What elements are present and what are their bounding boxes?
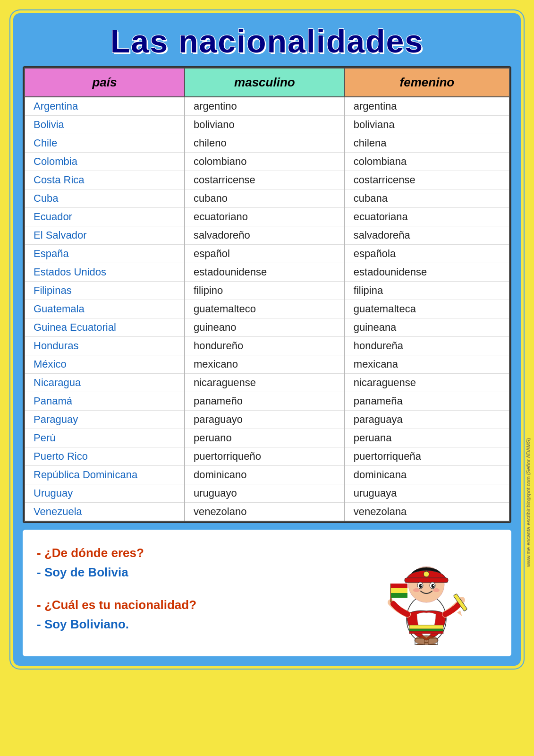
- masculino-cell: puertorriqueño: [185, 447, 345, 466]
- question-2: - ¿Cuál es tu nacionalidad?: [37, 598, 346, 612]
- femenino-cell: guineana: [345, 318, 509, 337]
- femenino-cell: salvadoreña: [345, 226, 509, 245]
- table-row: Estados Unidosestadounidenseestadouniden…: [25, 263, 509, 282]
- pais-cell: Costa Rica: [25, 171, 185, 189]
- svg-point-11: [424, 571, 429, 577]
- blue-border: Las nacionalidades país masculino femeni…: [13, 13, 521, 666]
- table-row: Panamápanameñopanameña: [25, 392, 509, 411]
- page-container: Las nacionalidades país masculino femeni…: [8, 9, 526, 670]
- table-row: El Salvadorsalvadoreñosalvadoreña: [25, 226, 509, 245]
- masculino-cell: guatemalteco: [185, 300, 345, 318]
- pais-cell: Argentina: [25, 97, 185, 116]
- masculino-cell: chileno: [185, 134, 345, 153]
- svg-point-26: [415, 636, 438, 645]
- masculino-cell: dominicano: [185, 466, 345, 484]
- masculino-cell: nicaraguense: [185, 374, 345, 392]
- masculino-cell: español: [185, 245, 345, 263]
- femenino-cell: dominicana: [345, 466, 509, 484]
- femenino-cell: mexicana: [345, 355, 509, 374]
- femenino-cell: peruana: [345, 429, 509, 447]
- femenino-cell: hondureña: [345, 337, 509, 355]
- main-table-wrapper: país masculino femenino Argentinaargenti…: [23, 66, 511, 523]
- svg-marker-21: [457, 610, 463, 617]
- femenino-cell: costarricense: [345, 171, 509, 189]
- femenino-cell: panameña: [345, 392, 509, 411]
- svg-rect-23: [391, 584, 407, 588]
- femenino-cell: española: [345, 245, 509, 263]
- pais-cell: Ecuador: [25, 208, 185, 226]
- table-row: Ecuadorecuatorianoecuatoriana: [25, 208, 509, 226]
- table-row: Españaespañolespañola: [25, 245, 509, 263]
- table-row: República Dominicanadominicanodominicana: [25, 466, 509, 484]
- masculino-cell: salvadoreño: [185, 226, 345, 245]
- pais-cell: México: [25, 355, 185, 374]
- svg-point-19: [433, 588, 440, 592]
- femenino-cell: puertorriqueña: [345, 447, 509, 466]
- table-row: Venezuelavenezolanovenezolana: [25, 503, 509, 522]
- femenino-cell: guatemalteca: [345, 300, 509, 318]
- femenino-cell: nicaraguense: [345, 374, 509, 392]
- table-row: Hondurashondureñohondureña: [25, 337, 509, 355]
- masculino-cell: costarricense: [185, 171, 345, 189]
- svg-point-18: [413, 588, 420, 592]
- table-row: Filipinasfilipinofilipina: [25, 282, 509, 300]
- table-row: Uruguayuruguayouruguaya: [25, 484, 509, 503]
- pais-cell: España: [25, 245, 185, 263]
- pais-cell: Perú: [25, 429, 185, 447]
- masculino-cell: panameño: [185, 392, 345, 411]
- table-row: Guinea Ecuatorialguineanoguineana: [25, 318, 509, 337]
- pais-cell: Filipinas: [25, 282, 185, 300]
- masculino-cell: filipino: [185, 282, 345, 300]
- masculino-cell: uruguayo: [185, 484, 345, 503]
- pais-cell: Uruguay: [25, 484, 185, 503]
- cartoon-character: [370, 546, 483, 645]
- pais-cell: Chile: [25, 134, 185, 153]
- title-area: Las nacionalidades: [23, 23, 511, 60]
- svg-rect-10: [405, 578, 448, 583]
- nationalidades-table: país masculino femenino Argentinaargenti…: [24, 68, 510, 522]
- table-row: Puerto Ricopuertorriqueñopuertorriqueña: [25, 447, 509, 466]
- table-row: Nicaraguanicaraguensenicaraguense: [25, 374, 509, 392]
- table-row: Perúperuanoperuana: [25, 429, 509, 447]
- table-row: Argentinaargentinoargentina: [25, 97, 509, 116]
- bottom-section: - ¿De dónde eres? - Soy de Bolivia - ¿Cu…: [23, 530, 511, 656]
- svg-point-15: [432, 584, 435, 588]
- femenino-header: femenino: [345, 68, 509, 97]
- pais-cell: Paraguay: [25, 411, 185, 429]
- svg-point-14: [419, 584, 423, 588]
- masculino-cell: venezolano: [185, 503, 345, 522]
- masculino-cell: ecuatoriano: [185, 208, 345, 226]
- pais-cell: Panamá: [25, 392, 185, 411]
- femenino-cell: venezolana: [345, 503, 509, 522]
- masculino-cell: estadounidense: [185, 263, 345, 282]
- masculino-cell: argentino: [185, 97, 345, 116]
- femenino-cell: argentina: [345, 97, 509, 116]
- masculino-cell: hondureño: [185, 337, 345, 355]
- page-title: Las nacionalidades: [110, 23, 424, 59]
- svg-rect-3: [409, 631, 443, 634]
- answer-1: - Soy de Bolivia: [37, 565, 346, 580]
- svg-rect-2: [409, 629, 443, 631]
- answer-2: - Soy Boliviano.: [37, 617, 346, 632]
- femenino-cell: estadounidense: [345, 263, 509, 282]
- pais-cell: República Dominicana: [25, 466, 185, 484]
- masculino-header: masculino: [185, 68, 345, 97]
- pais-cell: Guinea Ecuatorial: [25, 318, 185, 337]
- pais-cell: Nicaragua: [25, 374, 185, 392]
- masculino-cell: colombiano: [185, 153, 345, 171]
- femenino-cell: filipina: [345, 282, 509, 300]
- pais-cell: Honduras: [25, 337, 185, 355]
- femenino-cell: cubana: [345, 189, 509, 208]
- femenino-cell: colombiana: [345, 153, 509, 171]
- pais-cell: Cuba: [25, 189, 185, 208]
- pais-cell: Venezuela: [25, 503, 185, 522]
- svg-point-17: [433, 585, 434, 586]
- femenino-cell: paraguaya: [345, 411, 509, 429]
- pais-cell: Colombia: [25, 153, 185, 171]
- table-row: Boliviabolivianoboliviana: [25, 116, 509, 134]
- table-row: Colombiacolombianocolombiana: [25, 153, 509, 171]
- cartoon-image-area: [356, 541, 497, 645]
- table-row: Méxicomexicanomexicana: [25, 355, 509, 374]
- watermark: www.me-encanta-escribir.blogspot.com (Se…: [526, 438, 531, 567]
- pais-cell: Bolivia: [25, 116, 185, 134]
